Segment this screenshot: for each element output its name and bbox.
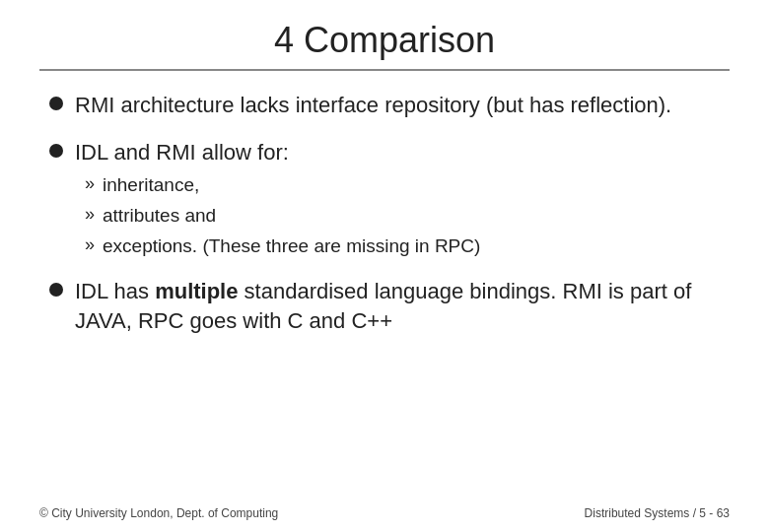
sub-bullet-item-2: » attributes and <box>85 203 480 230</box>
slide: 4 Comparison RMI architecture lacks inte… <box>0 0 769 532</box>
sub-bullet-arrow-1: » <box>85 173 95 194</box>
bullet-2-content: IDL and RMI allow for: » inheritance, » … <box>75 138 480 259</box>
sub-bullet-arrow-2: » <box>85 204 95 225</box>
bullet-dot-2 <box>49 144 63 158</box>
footer-right: Distributed Systems / 5 - 63 <box>585 506 730 520</box>
bullet-3-bold: multiple <box>155 279 238 303</box>
bullet-text-1: RMI architecture lacks interface reposit… <box>75 91 671 120</box>
sub-bullet-text-1: inheritance, <box>103 172 199 199</box>
bullet-text-3: IDL has multiple standardised language b… <box>75 277 720 335</box>
sub-bullet-text-2: attributes and <box>103 203 216 230</box>
content-area: RMI architecture lacks interface reposit… <box>39 91 730 512</box>
sub-bullet-arrow-3: » <box>85 234 95 255</box>
sub-bullet-text-3: exceptions. (These three are missing in … <box>103 233 480 260</box>
bullet-item-1: RMI architecture lacks interface reposit… <box>49 91 720 120</box>
footer-left: © City University London, Dept. of Compu… <box>39 506 278 520</box>
bullet-item-3: IDL has multiple standardised language b… <box>49 277 720 335</box>
bullet-item-2: IDL and RMI allow for: » inheritance, » … <box>49 138 720 259</box>
bullet-3-before-bold: IDL has <box>75 279 155 303</box>
sub-bullet-item-3: » exceptions. (These three are missing i… <box>85 233 480 260</box>
sub-bullets-2: » inheritance, » attributes and » except… <box>85 172 480 259</box>
footer: © City University London, Dept. of Compu… <box>39 506 730 520</box>
slide-title: 4 Comparison <box>39 20 730 61</box>
bullet-dot-1 <box>49 97 63 110</box>
bullet-text-2: IDL and RMI allow for: <box>75 140 289 165</box>
sub-bullet-item-1: » inheritance, <box>85 172 480 199</box>
bullet-dot-3 <box>49 283 63 297</box>
title-section: 4 Comparison <box>39 20 730 71</box>
